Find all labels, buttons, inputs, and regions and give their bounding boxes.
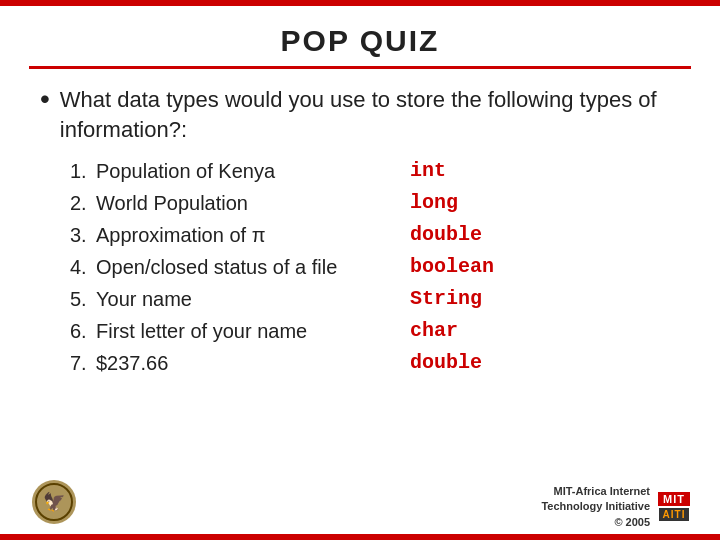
item-number: 4. (70, 252, 96, 282)
item-number: 7. (70, 348, 96, 378)
list-item: 2.World Population (70, 188, 410, 218)
item-number: 5. (70, 284, 96, 314)
list-item: 7.$237.66 (70, 348, 410, 378)
footer-text: MIT-Africa Internet Technology Initiativ… (541, 484, 650, 530)
item-label-text: Open/closed status of a file (96, 252, 337, 282)
item-label-text: Population of Kenya (96, 156, 275, 186)
item-label-text: Approximation of π (96, 220, 265, 250)
item-answer: boolean (410, 252, 680, 282)
footer: MIT-Africa Internet Technology Initiativ… (541, 484, 690, 530)
item-number: 6. (70, 316, 96, 346)
bullet-section: • What data types would you use to store… (40, 85, 680, 144)
item-label-text: First letter of your name (96, 316, 307, 346)
footer-line1: MIT-Africa Internet (541, 484, 650, 499)
item-answer: double (410, 220, 680, 250)
item-number: 3. (70, 220, 96, 250)
bullet-point: • (40, 81, 50, 117)
list-item: 5.Your name (70, 284, 410, 314)
list-item: 1.Population of Kenya (70, 156, 410, 186)
mascot-icon: 🦅 (30, 478, 78, 526)
items-grid: 1.Population of Kenyaint2.World Populati… (70, 156, 680, 378)
list-item: 3.Approximation of π (70, 220, 410, 250)
bottom-bar (0, 534, 720, 540)
bullet-text: What data types would you use to store t… (60, 85, 680, 144)
item-number: 2. (70, 188, 96, 218)
footer-year: © 2005 (541, 515, 650, 530)
item-answer: char (410, 316, 680, 346)
mit-logo: MIT AITI (658, 492, 690, 521)
item-label-text: Your name (96, 284, 192, 314)
item-answer: String (410, 284, 680, 314)
footer-line2: Technology Initiative (541, 499, 650, 514)
item-answer: long (410, 188, 680, 218)
main-content: • What data types would you use to store… (0, 85, 720, 378)
aiti-label: AITI (659, 508, 690, 521)
list-item: 6.First letter of your name (70, 316, 410, 346)
item-answer: int (410, 156, 680, 186)
mit-label: MIT (658, 492, 690, 506)
list-item: 4.Open/closed status of a file (70, 252, 410, 282)
item-number: 1. (70, 156, 96, 186)
page-title: POP QUIZ (0, 6, 720, 66)
title-divider (29, 66, 691, 69)
svg-text:🦅: 🦅 (43, 491, 66, 513)
item-label-text: $237.66 (96, 348, 168, 378)
item-label-text: World Population (96, 188, 248, 218)
item-answer: double (410, 348, 680, 378)
